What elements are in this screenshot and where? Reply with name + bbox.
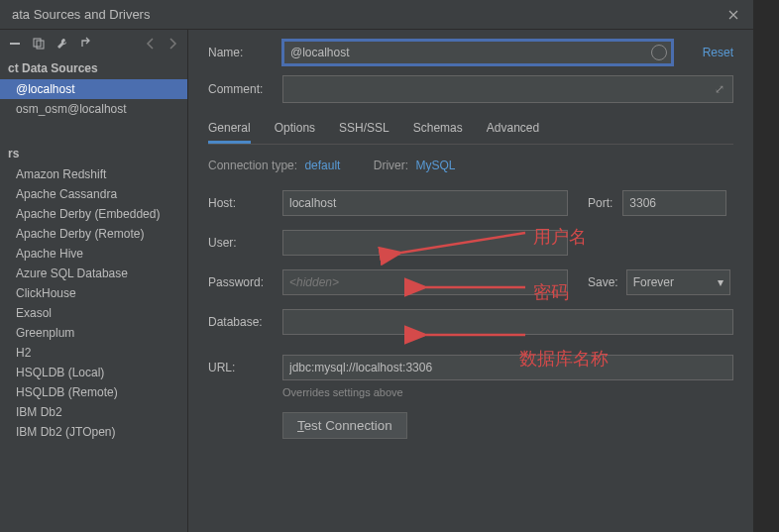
tab-options[interactable]: Options [275, 117, 315, 144]
driver-item[interactable]: IBM Db2 [0, 402, 187, 422]
user-label: User: [208, 236, 282, 250]
dialog-window: ata Sources and Drivers ct Data Sources … [0, 0, 753, 532]
data-source-item[interactable]: @localhost [0, 79, 187, 99]
url-label: URL: [208, 361, 282, 374]
sidebar-toolbar [0, 30, 187, 57]
driver-item[interactable]: Apache Derby (Embedded) [0, 204, 187, 224]
minus-icon[interactable] [8, 37, 22, 51]
driver-item[interactable]: Amazon Redshift [0, 164, 187, 184]
main-panel: Name: Reset Comment: ⤢ General Options S… [188, 30, 753, 532]
user-input[interactable] [282, 230, 568, 256]
back-icon[interactable] [144, 37, 158, 51]
tab-sshssl[interactable]: SSH/SSL [339, 117, 390, 144]
titlebar: ata Sources and Drivers [0, 0, 753, 30]
driver-item[interactable]: IBM Db2 (JTOpen) [0, 422, 187, 442]
conn-type-link[interactable]: default [304, 159, 340, 172]
driver-item[interactable]: H2 [0, 343, 187, 363]
name-label: Name: [208, 46, 282, 59]
forward-icon[interactable] [166, 37, 179, 51]
name-input[interactable] [282, 40, 673, 65]
tab-general[interactable]: General [208, 117, 251, 144]
url-hint: Overrides settings above [282, 386, 733, 398]
save-label: Save: [588, 275, 618, 289]
data-source-item[interactable]: osm_osm@localhost [0, 99, 187, 119]
driver-item[interactable]: Azure SQL Database [0, 264, 187, 283]
driver-label: Driver: [374, 159, 408, 172]
data-sources-header: ct Data Sources [0, 57, 187, 79]
driver-item[interactable]: HSQLDB (Local) [0, 363, 187, 382]
driver-item[interactable]: Exasol [0, 303, 187, 323]
tabs: General Options SSH/SSL Schemas Advanced [208, 117, 733, 145]
driver-item[interactable]: Apache Derby (Remote) [0, 224, 187, 244]
close-icon[interactable] [725, 7, 741, 23]
driver-item[interactable]: Apache Cassandra [0, 184, 187, 204]
svg-rect-0 [10, 43, 20, 45]
host-input[interactable] [282, 190, 568, 216]
wrench-icon[interactable] [56, 37, 69, 51]
chevron-down-icon: ▾ [718, 275, 723, 289]
reset-icon[interactable] [79, 37, 93, 51]
driver-item[interactable]: Greenplum [0, 323, 187, 343]
conn-type-label: Connection type: [208, 159, 297, 172]
tab-schemas[interactable]: Schemas [413, 117, 463, 144]
driver-link[interactable]: MySQL [415, 159, 455, 172]
database-label: Database: [208, 315, 282, 329]
port-input[interactable] [622, 190, 726, 216]
password-input[interactable] [282, 269, 568, 295]
database-input[interactable] [282, 309, 733, 335]
driver-item[interactable]: HSQLDB (Remote) [0, 382, 187, 402]
color-picker-icon[interactable] [651, 45, 667, 60]
tab-advanced[interactable]: Advanced [487, 117, 539, 144]
test-button-rest: est Connection [304, 418, 392, 433]
comment-input[interactable]: ⤢ [282, 75, 733, 103]
sidebar: ct Data Sources @localhost osm_osm@local… [0, 30, 188, 532]
port-label: Port: [588, 196, 612, 210]
save-select[interactable]: Forever ▾ [626, 269, 730, 295]
password-label: Password: [208, 275, 282, 289]
expand-icon[interactable]: ⤢ [715, 82, 724, 96]
reset-link[interactable]: Reset [703, 46, 733, 59]
driver-item[interactable]: ClickHouse [0, 283, 187, 303]
comment-label: Comment: [208, 82, 282, 96]
save-select-value: Forever [633, 275, 674, 289]
test-connection-button[interactable]: Test Connection [282, 412, 407, 439]
copy-icon[interactable] [32, 37, 46, 51]
url-input[interactable] [282, 355, 733, 380]
dialog-title: ata Sources and Drivers [12, 7, 150, 22]
host-label: Host: [208, 196, 282, 210]
driver-item[interactable]: Apache Hive [0, 244, 187, 264]
drivers-header: rs [0, 143, 187, 164]
